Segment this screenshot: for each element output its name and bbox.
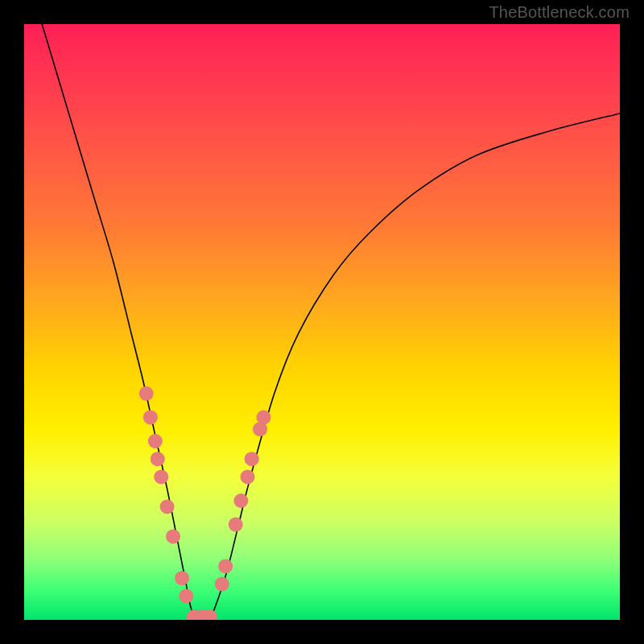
chart-frame: TheBottleneck.com: [0, 0, 644, 644]
curve-marker: [233, 493, 248, 508]
curve-marker: [160, 499, 175, 514]
curve-markers: [139, 386, 271, 620]
curve-marker: [215, 577, 229, 592]
curve-marker: [154, 469, 168, 484]
bottleneck-curve: [42, 24, 620, 620]
plot-area: [24, 24, 620, 620]
curve-marker: [175, 571, 189, 585]
curve-marker: [139, 386, 154, 401]
curve-marker: [256, 410, 270, 424]
watermark-text: TheBottleneck.com: [489, 3, 630, 22]
curve-marker: [148, 434, 163, 448]
curve-marker: [218, 559, 233, 573]
curve-marker: [245, 452, 259, 466]
curve-marker: [241, 469, 255, 484]
curve-marker: [166, 529, 180, 543]
curve-marker: [179, 588, 193, 603]
curve-marker: [229, 518, 243, 532]
curve-marker: [151, 452, 165, 466]
curve-layer: [24, 24, 620, 620]
curve-marker: [143, 410, 158, 424]
